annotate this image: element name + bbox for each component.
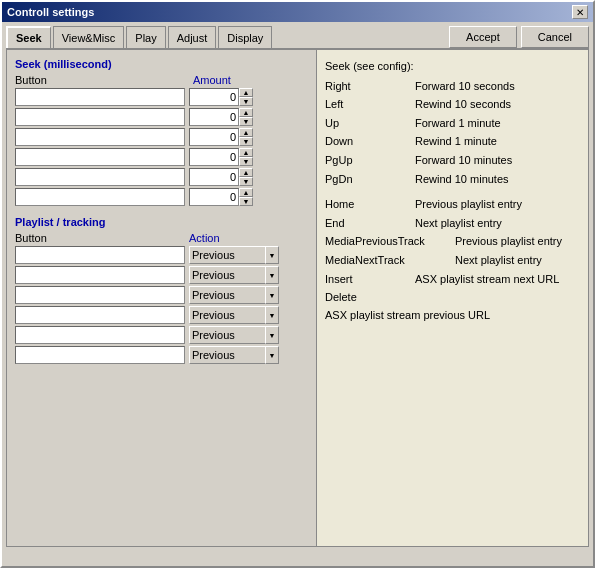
playlist-input-5[interactable]	[15, 326, 185, 344]
seek-input-2[interactable]	[15, 108, 185, 126]
playlist-row: PreviousNextPlayStop ▼	[15, 346, 308, 364]
spin-down-2[interactable]: ▼	[239, 117, 253, 126]
playlist-row: PreviousNextPlayStop ▼	[15, 306, 308, 324]
amount-input-3[interactable]	[189, 128, 239, 146]
help-line-2: LeftRewind 10 seconds	[325, 96, 580, 114]
playlist-action-col-label: Action	[189, 232, 220, 244]
help-title: Seek (see config):	[325, 58, 580, 76]
tab-play[interactable]: Play	[126, 26, 165, 48]
spin-down-3[interactable]: ▼	[239, 137, 253, 146]
action-select-2[interactable]: PreviousNextPlayStop	[189, 266, 279, 284]
amount-input-2[interactable]	[189, 108, 239, 126]
playlist-button-col-label: Button	[15, 232, 185, 244]
playlist-section-title: Playlist / tracking	[15, 216, 308, 228]
playlist-row: PreviousNextPlayStop ▼	[15, 286, 308, 304]
right-panel: Seek (see config): RightForward 10 secon…	[317, 50, 588, 546]
spin-down-5[interactable]: ▼	[239, 177, 253, 186]
help-line-6: PgDnRewind 10 minutes	[325, 171, 580, 189]
action-select-6[interactable]: PreviousNextPlayStop	[189, 346, 279, 364]
spin-down-4[interactable]: ▼	[239, 157, 253, 166]
playlist-input-3[interactable]	[15, 286, 185, 304]
help-line-11: InsertASX playlist stream next URL	[325, 271, 580, 289]
help-line-8: EndNext playlist entry	[325, 215, 580, 233]
close-button[interactable]: ✕	[572, 5, 588, 19]
content-area: Seek (millisecond) Button Amount ▲ ▼	[6, 49, 589, 547]
playlist-input-6[interactable]	[15, 346, 185, 364]
action-select-5[interactable]: PreviousNextPlayStop	[189, 326, 279, 344]
help-line-7: HomePrevious playlist entry	[325, 196, 580, 214]
main-window: Controll settings ✕ Seek View&Misc Play …	[0, 0, 595, 568]
seek-row: ▲ ▼	[15, 168, 308, 186]
amount-input-6[interactable]	[189, 188, 239, 206]
help-line-9: MediaPreviousTrackPrevious playlist entr…	[325, 233, 580, 251]
seek-row: ▲ ▼	[15, 188, 308, 206]
spin-up-3[interactable]: ▲	[239, 128, 253, 137]
seek-input-5[interactable]	[15, 168, 185, 186]
help-line-3: UpForward 1 minute	[325, 115, 580, 133]
left-panel: Seek (millisecond) Button Amount ▲ ▼	[7, 50, 317, 546]
window-title: Controll settings	[7, 6, 94, 18]
seek-row: ▲ ▼	[15, 108, 308, 126]
playlist-input-2[interactable]	[15, 266, 185, 284]
seek-input-6[interactable]	[15, 188, 185, 206]
playlist-row: PreviousNextPlayStop ▼	[15, 266, 308, 284]
seek-input-3[interactable]	[15, 128, 185, 146]
spin-up-4[interactable]: ▲	[239, 148, 253, 157]
seek-section-title: Seek (millisecond)	[15, 58, 308, 70]
playlist-input-4[interactable]	[15, 306, 185, 324]
help-line-1: RightForward 10 seconds	[325, 78, 580, 96]
action-select-3[interactable]: PreviousNextPlayStop	[189, 286, 279, 304]
action-select-4[interactable]: PreviousNextPlayStop	[189, 306, 279, 324]
seek-row: ▲ ▼	[15, 128, 308, 146]
help-line-10: MediaNextTrackNext playlist entry	[325, 252, 580, 270]
seek-input-1[interactable]	[15, 88, 185, 106]
cancel-button[interactable]: Cancel	[521, 26, 589, 48]
seek-row: ▲ ▼	[15, 148, 308, 166]
seek-button-col-label: Button	[15, 74, 185, 86]
help-line-4: DownRewind 1 minute	[325, 133, 580, 151]
spin-down-6[interactable]: ▼	[239, 197, 253, 206]
tab-seek[interactable]: Seek	[6, 26, 51, 48]
seek-row: ▲ ▼	[15, 88, 308, 106]
tab-adjust[interactable]: Adjust	[168, 26, 217, 48]
spin-down-1[interactable]: ▼	[239, 97, 253, 106]
playlist-row: PreviousNextPlayStop ▼	[15, 246, 308, 264]
tab-display[interactable]: Display	[218, 26, 272, 48]
playlist-row: PreviousNextPlayStop ▼	[15, 326, 308, 344]
playlist-input-1[interactable]	[15, 246, 185, 264]
accept-button[interactable]: Accept	[449, 26, 517, 48]
spin-up-6[interactable]: ▲	[239, 188, 253, 197]
amount-input-4[interactable]	[189, 148, 239, 166]
spin-up-2[interactable]: ▲	[239, 108, 253, 117]
amount-input-5[interactable]	[189, 168, 239, 186]
seek-amount-col-label: Amount	[193, 74, 231, 86]
tab-viewmisc[interactable]: View&Misc	[53, 26, 125, 48]
amount-input-1[interactable]	[189, 88, 239, 106]
help-line-12: DeleteASX playlist stream previous URL	[325, 289, 580, 324]
spin-up-5[interactable]: ▲	[239, 168, 253, 177]
spin-up-1[interactable]: ▲	[239, 88, 253, 97]
action-select-1[interactable]: PreviousNextPlayStop	[189, 246, 279, 264]
help-line-5: PgUpForward 10 minutes	[325, 152, 580, 170]
seek-input-4[interactable]	[15, 148, 185, 166]
title-bar: Controll settings ✕	[2, 2, 593, 22]
